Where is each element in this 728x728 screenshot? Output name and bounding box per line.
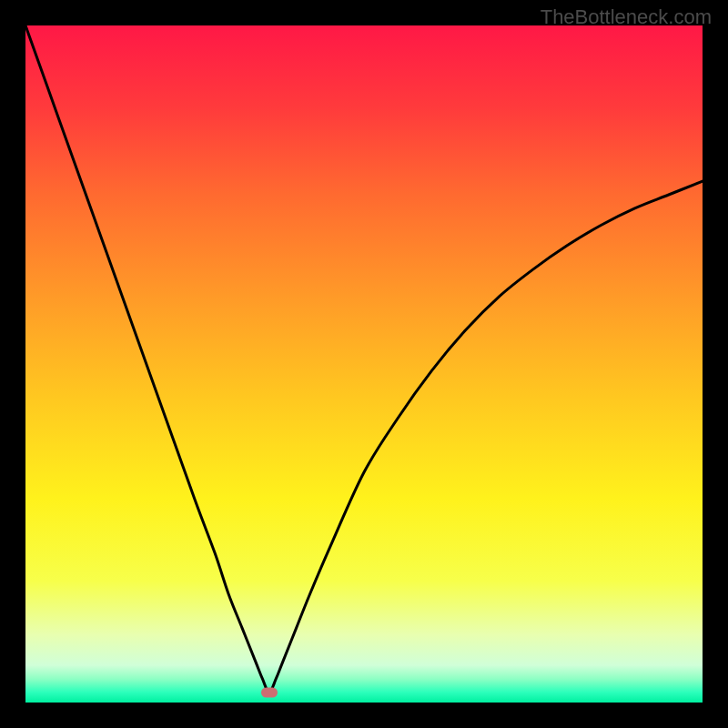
chart-container: TheBottleneck.com	[0, 0, 728, 728]
plot-area	[25, 25, 703, 703]
bottleneck-curve	[25, 25, 703, 703]
optimal-point-marker	[261, 687, 278, 697]
watermark-text: TheBottleneck.com	[541, 5, 712, 29]
